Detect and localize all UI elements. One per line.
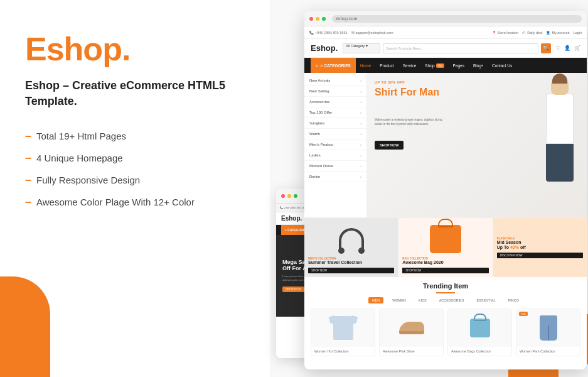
- browser-chrome-front: eshop.com: [304, 11, 587, 26]
- hero-title: Shirt For Man: [375, 87, 439, 98]
- browser-dot-green: [322, 17, 326, 21]
- trending-tab-essential[interactable]: ESSENTIAL: [473, 297, 499, 303]
- url-text-front: eshop.com: [336, 16, 357, 21]
- site-topbar: 📞 +946 (386) 809-1651 ✉ support@eshophub…: [304, 26, 587, 39]
- bag-product-img: [430, 225, 461, 253]
- topbar-email: ✉ support@eshophub.com: [351, 31, 393, 35]
- sidebar-top-offer[interactable]: Top 100 Offer ›: [304, 107, 366, 118]
- wishlist-icon[interactable]: ♡: [556, 45, 560, 51]
- man-pants: [546, 144, 574, 182]
- sidebar-mens-product[interactable]: Men's Product ›: [304, 139, 366, 150]
- jeans-product-img: [540, 315, 557, 341]
- dash-icon: –: [25, 173, 31, 187]
- product-name-2: Awesome Bags Collection: [448, 347, 511, 356]
- sidebar-denim[interactable]: Denim ›: [304, 172, 366, 182]
- category-dropdown[interactable]: All Category ▾: [343, 43, 380, 53]
- browser-dot-green: [294, 194, 297, 198]
- user-icon[interactable]: 👤: [564, 45, 570, 51]
- site-main: New Arrivals › Best Selling › Accessorie…: [304, 73, 587, 217]
- sidebar-watch[interactable]: Watch ›: [304, 129, 366, 139]
- arrow-icon: ›: [360, 153, 361, 157]
- site-nav: ≡ ≡ CATEGORIES Home Product Service Shop…: [304, 58, 587, 73]
- phone-icon: 📞: [309, 31, 314, 35]
- hero-description: Malensuaein a molestung eget magna. dapi…: [375, 118, 450, 127]
- trending-tab-kids[interactable]: KIDS: [415, 297, 430, 303]
- arrow-icon: ›: [360, 89, 361, 93]
- arrow-icon: ›: [360, 111, 361, 114]
- collection-cta-1[interactable]: SHOP NOW: [402, 268, 488, 273]
- nav-item-home[interactable]: Home: [356, 58, 375, 73]
- sidebar-modern-dress[interactable]: Modern Dress ›: [304, 161, 366, 172]
- brand-tagline: Eshop – Creative eCommerce HTML5 Templat…: [25, 78, 264, 109]
- nav-item-contact[interactable]: Contact Us: [488, 58, 516, 73]
- trending-tab-accessories[interactable]: ACCESSORIES: [436, 297, 468, 303]
- product-card-2: Awesome Bags Collection: [447, 309, 512, 356]
- dash-icon: –: [25, 195, 31, 209]
- product-img-area-2: [448, 309, 511, 347]
- left-panel: Eshop. Eshop – Creative eCommerce HTML5 …: [0, 0, 289, 377]
- nav-item-shop[interactable]: Shop Hot: [420, 58, 448, 73]
- browser-dot-red: [309, 17, 313, 21]
- arrow-icon: ›: [360, 143, 361, 146]
- site-sidebar: New Arrivals › Best Selling › Accessorie…: [304, 73, 367, 217]
- deal-icon: 🏷: [522, 31, 526, 35]
- bag-product-img-trending: [470, 319, 490, 337]
- nav-item-blog[interactable]: Blog ▾: [469, 58, 488, 73]
- product-name-0: Women Hot Collection: [311, 347, 375, 356]
- feature-item-3: – Fully Responsive Design: [25, 173, 264, 187]
- trending-section: Trending Item MEN WOMEN KIDS ACCESSORIES…: [304, 277, 587, 361]
- sidebar-ladies[interactable]: Ladies ›: [304, 150, 366, 161]
- topbar-login[interactable]: Login: [574, 31, 582, 35]
- travel-img: [308, 222, 394, 257]
- trending-tab-women[interactable]: WOMEN: [388, 297, 410, 303]
- nav-item-product[interactable]: Product: [375, 58, 398, 73]
- man-hair: [552, 74, 567, 84]
- hero-cta-button[interactable]: SHOP NOW: [375, 141, 404, 150]
- sidebar-new-arrivals[interactable]: New Arrivals ›: [304, 75, 366, 86]
- arrow-icon: ›: [360, 164, 361, 168]
- nav-item-pages[interactable]: Pages: [449, 58, 469, 73]
- trending-products-grid: Women Hot Collection Awesome Pink Shoe A…: [311, 309, 580, 356]
- topbar-deal: 🏷 Daily deal: [522, 31, 542, 35]
- trending-tab-pinco[interactable]: PINCO: [505, 297, 523, 303]
- back-hero-cta[interactable]: SHOP NOW: [282, 287, 304, 292]
- sidebar-sunglare[interactable]: Sunglare ›: [304, 118, 366, 129]
- hero-man-figure: [538, 76, 582, 214]
- topbar-account: 👤 My account: [546, 31, 569, 35]
- brand-logo: Eshop.: [25, 30, 264, 68]
- collection-cta-2[interactable]: DISCOVER NOW: [497, 253, 583, 258]
- nav-item-service[interactable]: Service: [398, 58, 421, 73]
- user-icon: 👤: [546, 31, 550, 35]
- collection-cta-0[interactable]: SHOP NOW: [308, 268, 394, 273]
- decorative-shape-bottom-left: [0, 276, 50, 377]
- trending-tab-men[interactable]: MEN: [368, 297, 383, 303]
- cart-icon[interactable]: 🛒: [574, 45, 580, 51]
- collections-row: Men's Collection Summer Travel Collectio…: [304, 217, 587, 277]
- arrow-icon: ›: [360, 100, 361, 104]
- man-head-container: [551, 76, 569, 95]
- collection-title-2: Mid SeasonUp To 40% off: [497, 240, 583, 251]
- man-body: [546, 94, 574, 144]
- search-input[interactable]: Search Products Here...: [383, 43, 538, 53]
- collection-summer-travel: Men's Collection Summer Travel Collectio…: [304, 218, 398, 277]
- sidebar-best-selling[interactable]: Best Selling ›: [304, 86, 366, 97]
- search-button[interactable]: 🔍: [541, 43, 551, 53]
- feature-item-1: – Total 19+ Html Pages: [25, 129, 264, 143]
- location-icon: 📍: [492, 31, 496, 35]
- product-name-1: Awesome Pink Shoe: [380, 347, 443, 356]
- sidebar-accessories[interactable]: Accessories ›: [304, 97, 366, 107]
- collection-flash-sale: Flash Sale Mid SeasonUp To 40% off DISCO…: [493, 218, 587, 277]
- hero-badge: UP TO 50% OFF: [375, 80, 405, 84]
- product-img-area-0: [311, 309, 375, 347]
- browser-url-front: eshop.com: [332, 15, 582, 23]
- browser-dot-yellow: [316, 17, 319, 21]
- shoe-product-img: [399, 322, 424, 334]
- product-card-3: Sale Women Pant Collection: [516, 309, 580, 356]
- feature-item-4: – Awesome Color Plage With 12+ Color: [25, 195, 264, 209]
- email-icon: ✉: [351, 31, 355, 35]
- nav-categories-btn[interactable]: ≡ ≡ CATEGORIES: [311, 58, 356, 73]
- menu-icon: ≡: [316, 63, 318, 68]
- trending-underline: [436, 292, 455, 293]
- product-name-3: Women Pant Collection: [516, 347, 580, 356]
- browser-dot-yellow: [287, 194, 291, 198]
